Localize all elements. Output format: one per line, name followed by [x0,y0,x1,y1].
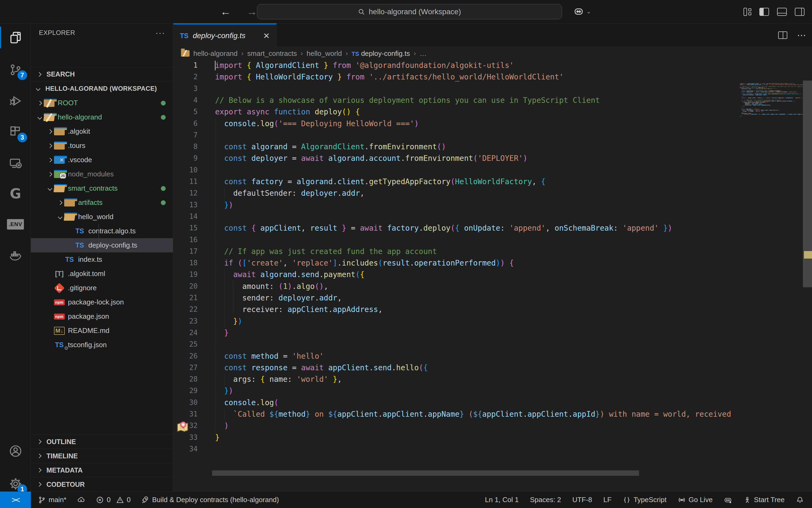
customize-layout-icon[interactable] [743,8,751,16]
code-line-20[interactable]: 20 amount: (1).algo(), [173,281,812,292]
code-line-33[interactable]: 33} [173,432,812,443]
status-sync[interactable] [77,496,85,504]
back-icon[interactable]: ← [220,6,231,18]
forward-icon[interactable]: → [247,6,257,18]
code-line-9[interactable]: 9 const deployer = await algorand.accoun… [173,153,812,164]
tab-deploy-config[interactable]: TS deploy-config.ts ✕ [173,24,276,47]
remote-indicator[interactable]: >< [0,492,31,508]
tree-item-deploy-config.ts[interactable]: TSdeploy-config.ts [31,238,173,252]
code-line-5[interactable]: 5export async function deploy() { [173,106,812,118]
section-metadata[interactable]: METADATA [31,463,173,477]
status-encoding[interactable]: UTF-8 [572,496,592,504]
status-copilot-status[interactable] [724,496,732,504]
tree-item-hello_world[interactable]: hello_world [31,210,173,224]
status-go-live[interactable]: Go Live [678,496,713,504]
close-icon[interactable]: ✕ [263,31,270,41]
code-line-2[interactable]: 2import { HelloWorldFactory } from '../a… [173,71,812,83]
tree-item-index.ts[interactable]: TSindex.ts [31,252,173,267]
code-line-4[interactable]: 4// Below is a showcase of various deplo… [173,94,812,106]
code-line-25[interactable]: 25 [173,339,812,350]
tree-item-.gitignore[interactable]: .gitignore [31,281,173,295]
code-line-13[interactable]: 13 }) [173,199,812,211]
activity-item-run-debug[interactable] [0,87,31,115]
toggle-panel-icon[interactable] [777,8,787,16]
code-line-16[interactable]: 16 [173,234,812,246]
code-line-7[interactable]: 7 [173,129,812,141]
code-line-15[interactable]: 15 const { appClient, result } = await f… [173,222,812,234]
code-line-26[interactable]: 26 const method = 'hello' [173,350,812,362]
tree-item-package-lock.json[interactable]: npmpackage-lock.json [31,295,173,309]
status-start-tree[interactable]: Start Tree [743,496,784,504]
tree-item-package.json[interactable]: npmpackage.json [31,309,173,324]
code-line-18[interactable]: 18 if (['create', 'replace'].includes(re… [173,257,812,269]
code-line-34[interactable]: 34 [173,443,812,455]
minimap[interactable]: import { AlgorandClient } from '@algoran… [740,47,803,491]
section-workspace[interactable]: HELLO-ALGORAND (WORKSPACE) [31,81,173,95]
activity-item-gitlens[interactable]: G [0,179,31,208]
toggle-secondary-sidebar-icon[interactable] [795,8,805,16]
status-build-task[interactable]: Build & Deploy contracts (hello-algorand… [141,496,279,504]
tree-item-README.md[interactable]: M↓README.md [31,324,173,338]
activity-item-docker[interactable] [0,241,31,269]
status-eol[interactable]: LF [603,496,611,504]
code-line-29[interactable]: 29 }) [173,385,812,396]
toggle-primary-sidebar-icon[interactable] [759,8,769,16]
codetour-map-marker-icon[interactable] [176,420,189,432]
tree-item-.tours[interactable]: .tours [31,138,173,153]
breadcrumb-item[interactable]: hello-algorand [193,49,238,58]
code-line-28[interactable]: 28 args: { name: 'world' }, [173,374,812,385]
status-cursor-position[interactable]: Ln 1, Col 1 [485,496,519,504]
breadcrumb-item[interactable]: smart_contracts [247,49,297,58]
code-line-10[interactable]: 10 [173,164,812,176]
code-line-6[interactable]: 6 console.log('=== Deploying HelloWorld … [173,118,812,129]
code-line-17[interactable]: 17 // If app was just created fund the a… [173,246,812,257]
tree-item-.algokit[interactable]: .algokit [31,124,173,138]
activity-item-dotenv[interactable]: .ENV [0,210,31,239]
activity-item-accounts[interactable] [0,437,31,465]
section-search[interactable]: SEARCH [31,67,173,81]
tree-item-.algokit.toml[interactable]: [T].algokit.toml [31,267,173,281]
code-line-31[interactable]: 31 `Called ${method} on ${appClient.appC… [173,409,812,420]
code-line-19[interactable]: 19 await algorand.send.payment({ [173,269,812,280]
code-line-11[interactable]: 11 const factory = algorand.client.getTy… [173,176,812,187]
tree-item-node_modules[interactable]: node_modules [31,167,173,181]
tree-item-artifacts[interactable]: artifacts [31,196,173,210]
code-line-3[interactable]: 3 [173,83,812,94]
activity-item-remote-explorer[interactable] [0,149,31,177]
code-line-8[interactable]: 8 const algorand = AlgorandClient.fromEn… [173,141,812,153]
status-indentation[interactable]: Spaces: 2 [530,496,561,504]
code-line-24[interactable]: 24 } [173,327,812,339]
section-codetour[interactable]: CODETOUR [31,477,173,491]
code-line-22[interactable]: 22 receiver: appClient.appAddress, [173,304,812,315]
breadcrumb-item[interactable]: … [420,49,427,58]
tree-item-smart_contracts[interactable]: smart_contracts [31,181,173,196]
tree-item-tsconfig.json[interactable]: TStsconfig.json [31,338,173,352]
tree-item-ROOT[interactable]: ROOT [31,96,173,110]
copilot-menu[interactable]: ⌄ [573,4,591,19]
vertical-scrollbar[interactable] [803,24,812,491]
code-line-14[interactable]: 14 [173,211,812,222]
split-editor-icon[interactable] [778,32,787,39]
activity-item-extensions[interactable]: 3 [0,118,31,146]
code-line-27[interactable]: 27 const response = await appClient.send… [173,362,812,374]
tree-item-hello-algorand[interactable]: hello-algorand [31,110,173,124]
code-line-30[interactable]: 30 console.log( [173,397,812,409]
code-line-1[interactable]: 1import { AlgorandClient } from '@algora… [173,59,812,71]
status-notifications[interactable] [796,496,804,504]
status-problems[interactable]: 00 [96,496,130,504]
activity-item-explorer[interactable] [0,24,31,51]
activity-item-source-control[interactable]: 7 [0,55,31,84]
tree-item-.vscode[interactable]: .vscode [31,153,173,167]
horizontal-scrollbar[interactable] [212,470,639,476]
section-outline[interactable]: OUTLINE [31,434,173,449]
code-line-12[interactable]: 12 defaultSender: deployer.addr, [173,187,812,199]
status-branch[interactable]: main* [38,496,66,504]
code-editor[interactable]: 1import { AlgorandClient } from '@algora… [173,59,812,491]
tree-item-contract.algo.ts[interactable]: TScontract.algo.ts [31,224,173,238]
section-timeline[interactable]: TIMELINE [31,449,173,463]
code-line-23[interactable]: 23 }) [173,315,812,327]
status-language-mode[interactable]: TypeScript [623,496,667,504]
code-line-32[interactable]: 32 ) [173,420,812,431]
command-center-search[interactable]: hello-algorand (Workspace) [257,4,562,19]
explorer-more-actions-icon[interactable]: ··· [156,28,165,37]
